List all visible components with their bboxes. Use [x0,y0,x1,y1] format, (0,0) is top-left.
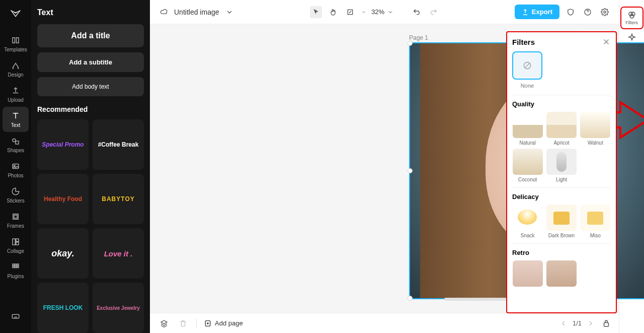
filter-item[interactable]: Snack [512,205,543,238]
left-panel: Text Add a title Add a subtitle Add body… [31,0,150,333]
svg-rect-7 [14,215,17,218]
resize-handle[interactable] [408,296,413,301]
filter-none-label: None [512,83,542,89]
svg-rect-14 [13,267,14,268]
add-title-button[interactable]: Add a title [37,24,144,47]
recommended-grid: Special Promo #Coffee Break Healthy Food… [37,119,144,333]
nav-frames[interactable]: Frames [3,208,29,233]
cursor-tool[interactable] [310,6,322,18]
collage-icon [11,237,21,247]
svg-point-20 [604,11,606,13]
prev-page[interactable] [559,319,568,327]
svg-point-32 [630,14,634,18]
topbar: Untitled image 32% Export [150,0,619,24]
nav-templates[interactable]: Templates [3,31,29,56]
filter-item[interactable]: Miso [580,205,611,238]
nav-keyboard[interactable] [3,304,29,329]
filter-item[interactable] [512,260,543,287]
svg-rect-1 [17,38,19,43]
svg-rect-16 [17,267,19,268]
filter-section-delicacy: Delicacy [512,193,611,201]
none-icon [522,60,532,71]
lock-icon[interactable] [602,319,611,328]
filter-section-quality: Quality [512,100,611,108]
rec-item[interactable]: FRESH LOOK [37,283,89,333]
settings-icon[interactable] [599,6,611,18]
panel-title: Text [37,8,144,17]
shield-icon[interactable] [565,6,577,18]
bottom-bar: Add page 1/1 [150,313,619,333]
nav-photos[interactable]: Photos [3,157,29,182]
canvas-wrap[interactable]: Page 1 Filters [150,24,619,313]
filter-item[interactable]: Coconut [512,149,543,182]
svg-rect-0 [13,38,15,43]
zoom-level[interactable]: 32% [371,8,393,16]
cloud-icon[interactable] [158,6,170,18]
export-button[interactable]: Export [515,5,559,19]
text-icon [11,111,21,121]
help-icon[interactable] [582,6,594,18]
nav-shapes[interactable]: Shapes [3,132,29,157]
nav-plugins[interactable]: Plugins [3,258,29,283]
file-name[interactable]: Untitled image [174,8,219,16]
svg-rect-12 [15,264,17,265]
stickers-icon [11,186,21,196]
far-left-sidebar: Templates Design Upload Text Shapes Phot… [0,0,31,333]
app-logo[interactable] [8,6,24,22]
svg-rect-29 [604,322,609,326]
resize-handle[interactable] [408,41,413,46]
keyboard-icon [11,311,21,321]
undo-button[interactable] [411,6,423,18]
close-icon[interactable] [602,37,611,46]
nav-stickers[interactable]: Stickers [3,182,29,208]
filters-title: Filters [512,38,535,46]
redo-button[interactable] [428,6,440,18]
export-icon [522,9,529,16]
nav-collage[interactable]: Collage [3,233,29,258]
rec-item[interactable]: Special Promo [37,119,89,170]
filters-panel: Filters None Quality Natural Apricot Wal… [506,31,617,313]
chevron-down-icon[interactable] [361,6,366,18]
nav-design[interactable]: Design [3,56,29,82]
rec-item[interactable]: okay. [37,228,89,279]
rec-item[interactable]: Exclusive Jewelry [93,283,144,333]
svg-rect-10 [16,242,19,245]
filters-tool[interactable]: Filters [621,7,643,29]
svg-rect-9 [16,239,19,241]
next-page[interactable] [587,319,595,327]
svg-rect-3 [16,141,19,144]
filter-item[interactable]: Dark Brown [546,205,577,238]
photos-icon [11,161,21,171]
filter-item[interactable]: Apricot [546,112,577,146]
frames-icon [11,212,21,222]
upload-icon [11,86,21,96]
chevron-down-icon[interactable] [223,6,235,18]
add-body-button[interactable]: Add body text [37,77,144,96]
resize-tool[interactable] [344,6,356,18]
main-area: Untitled image 32% Export Page 1 [150,0,619,333]
filter-item[interactable] [546,260,577,287]
resize-handle[interactable] [408,168,413,173]
rec-item[interactable]: #Coffee Break [93,119,144,170]
design-icon [11,60,21,71]
svg-rect-13 [17,264,19,265]
templates-icon [11,35,21,45]
add-subtitle-button[interactable]: Add a subtitle [37,52,144,72]
rec-item[interactable]: Healthy Food [37,174,89,224]
add-page-button[interactable]: Add page [204,319,243,327]
delete-icon[interactable] [177,317,189,329]
filter-none[interactable] [512,51,542,80]
svg-rect-15 [15,267,17,268]
filter-item[interactable]: Walnut [580,112,611,146]
rec-item[interactable]: Love it . [93,228,144,279]
nav-text[interactable]: Text [3,107,29,132]
recommended-label: Recommended [37,105,144,113]
rec-item[interactable]: BABYTOY [93,174,144,224]
nav-upload[interactable]: Upload [3,82,29,107]
plugins-icon [11,262,21,272]
layers-icon[interactable] [158,317,170,329]
page-indicator: 1/1 [573,319,582,327]
filter-item[interactable]: Natural [512,112,543,146]
hand-tool[interactable] [327,6,339,18]
filter-item[interactable]: Light [546,149,577,182]
